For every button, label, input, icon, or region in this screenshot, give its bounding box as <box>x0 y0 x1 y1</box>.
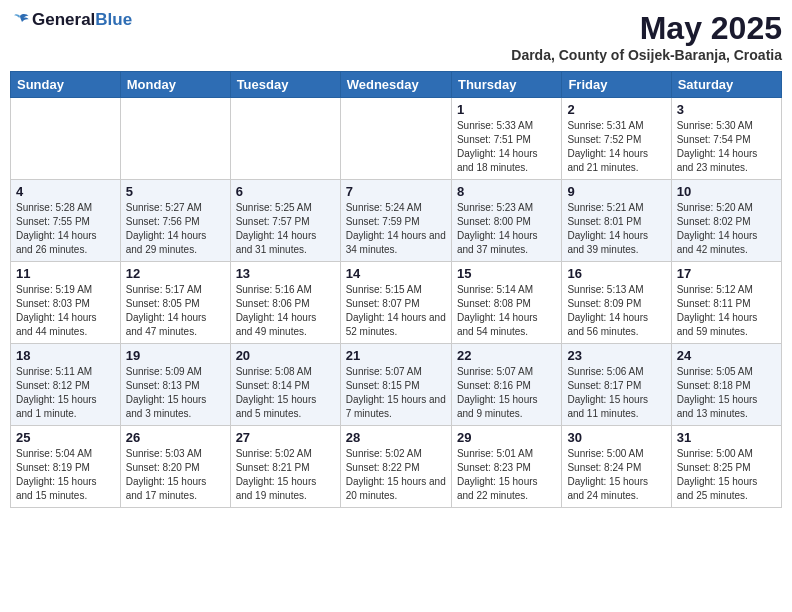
day-info: Sunrise: 5:07 AMSunset: 8:15 PMDaylight:… <box>346 365 446 421</box>
page-header: GeneralBlue May 2025 Darda, County of Os… <box>10 10 782 63</box>
calendar-week-row: 1Sunrise: 5:33 AMSunset: 7:51 PMDaylight… <box>11 98 782 180</box>
calendar-cell: 12Sunrise: 5:17 AMSunset: 8:05 PMDayligh… <box>120 262 230 344</box>
day-number: 21 <box>346 348 446 363</box>
calendar-cell: 6Sunrise: 5:25 AMSunset: 7:57 PMDaylight… <box>230 180 340 262</box>
weekday-header: Monday <box>120 72 230 98</box>
day-info: Sunrise: 5:07 AMSunset: 8:16 PMDaylight:… <box>457 365 556 421</box>
calendar-cell: 21Sunrise: 5:07 AMSunset: 8:15 PMDayligh… <box>340 344 451 426</box>
day-number: 24 <box>677 348 776 363</box>
day-info: Sunrise: 5:08 AMSunset: 8:14 PMDaylight:… <box>236 365 335 421</box>
calendar-cell <box>120 98 230 180</box>
location-subtitle: Darda, County of Osijek-Baranja, Croatia <box>511 47 782 63</box>
day-number: 8 <box>457 184 556 199</box>
month-year-title: May 2025 <box>511 10 782 47</box>
day-number: 4 <box>16 184 115 199</box>
calendar-cell: 10Sunrise: 5:20 AMSunset: 8:02 PMDayligh… <box>671 180 781 262</box>
day-number: 10 <box>677 184 776 199</box>
day-info: Sunrise: 5:19 AMSunset: 8:03 PMDaylight:… <box>16 283 115 339</box>
day-info: Sunrise: 5:24 AMSunset: 7:59 PMDaylight:… <box>346 201 446 257</box>
day-info: Sunrise: 5:28 AMSunset: 7:55 PMDaylight:… <box>16 201 115 257</box>
calendar-cell: 8Sunrise: 5:23 AMSunset: 8:00 PMDaylight… <box>451 180 561 262</box>
weekday-header: Thursday <box>451 72 561 98</box>
day-info: Sunrise: 5:30 AMSunset: 7:54 PMDaylight:… <box>677 119 776 175</box>
calendar-week-row: 18Sunrise: 5:11 AMSunset: 8:12 PMDayligh… <box>11 344 782 426</box>
calendar-cell: 9Sunrise: 5:21 AMSunset: 8:01 PMDaylight… <box>562 180 671 262</box>
calendar-cell: 26Sunrise: 5:03 AMSunset: 8:20 PMDayligh… <box>120 426 230 508</box>
day-number: 5 <box>126 184 225 199</box>
title-area: May 2025 Darda, County of Osijek-Baranja… <box>511 10 782 63</box>
weekday-header: Sunday <box>11 72 121 98</box>
weekday-header: Tuesday <box>230 72 340 98</box>
day-info: Sunrise: 5:01 AMSunset: 8:23 PMDaylight:… <box>457 447 556 503</box>
logo: GeneralBlue <box>10 10 132 30</box>
day-info: Sunrise: 5:11 AMSunset: 8:12 PMDaylight:… <box>16 365 115 421</box>
calendar-cell: 17Sunrise: 5:12 AMSunset: 8:11 PMDayligh… <box>671 262 781 344</box>
calendar-cell: 7Sunrise: 5:24 AMSunset: 7:59 PMDaylight… <box>340 180 451 262</box>
day-number: 2 <box>567 102 665 117</box>
calendar-cell: 14Sunrise: 5:15 AMSunset: 8:07 PMDayligh… <box>340 262 451 344</box>
calendar-cell: 29Sunrise: 5:01 AMSunset: 8:23 PMDayligh… <box>451 426 561 508</box>
day-number: 6 <box>236 184 335 199</box>
calendar-cell: 3Sunrise: 5:30 AMSunset: 7:54 PMDaylight… <box>671 98 781 180</box>
calendar-cell: 31Sunrise: 5:00 AMSunset: 8:25 PMDayligh… <box>671 426 781 508</box>
day-info: Sunrise: 5:00 AMSunset: 8:25 PMDaylight:… <box>677 447 776 503</box>
weekday-header: Wednesday <box>340 72 451 98</box>
day-info: Sunrise: 5:21 AMSunset: 8:01 PMDaylight:… <box>567 201 665 257</box>
calendar-cell: 25Sunrise: 5:04 AMSunset: 8:19 PMDayligh… <box>11 426 121 508</box>
day-number: 14 <box>346 266 446 281</box>
calendar-cell: 15Sunrise: 5:14 AMSunset: 8:08 PMDayligh… <box>451 262 561 344</box>
day-info: Sunrise: 5:09 AMSunset: 8:13 PMDaylight:… <box>126 365 225 421</box>
day-info: Sunrise: 5:16 AMSunset: 8:06 PMDaylight:… <box>236 283 335 339</box>
calendar-cell: 23Sunrise: 5:06 AMSunset: 8:17 PMDayligh… <box>562 344 671 426</box>
day-info: Sunrise: 5:04 AMSunset: 8:19 PMDaylight:… <box>16 447 115 503</box>
day-number: 3 <box>677 102 776 117</box>
day-number: 20 <box>236 348 335 363</box>
day-info: Sunrise: 5:31 AMSunset: 7:52 PMDaylight:… <box>567 119 665 175</box>
calendar-cell: 19Sunrise: 5:09 AMSunset: 8:13 PMDayligh… <box>120 344 230 426</box>
calendar-cell: 11Sunrise: 5:19 AMSunset: 8:03 PMDayligh… <box>11 262 121 344</box>
calendar-week-row: 4Sunrise: 5:28 AMSunset: 7:55 PMDaylight… <box>11 180 782 262</box>
day-info: Sunrise: 5:27 AMSunset: 7:56 PMDaylight:… <box>126 201 225 257</box>
calendar-cell: 4Sunrise: 5:28 AMSunset: 7:55 PMDaylight… <box>11 180 121 262</box>
day-number: 15 <box>457 266 556 281</box>
logo-general-text: General <box>32 10 95 29</box>
day-info: Sunrise: 5:23 AMSunset: 8:00 PMDaylight:… <box>457 201 556 257</box>
day-number: 11 <box>16 266 115 281</box>
logo-bird-icon <box>10 10 30 30</box>
day-number: 27 <box>236 430 335 445</box>
calendar-week-row: 11Sunrise: 5:19 AMSunset: 8:03 PMDayligh… <box>11 262 782 344</box>
day-info: Sunrise: 5:13 AMSunset: 8:09 PMDaylight:… <box>567 283 665 339</box>
weekday-header: Saturday <box>671 72 781 98</box>
day-number: 18 <box>16 348 115 363</box>
calendar-cell: 16Sunrise: 5:13 AMSunset: 8:09 PMDayligh… <box>562 262 671 344</box>
calendar-cell: 22Sunrise: 5:07 AMSunset: 8:16 PMDayligh… <box>451 344 561 426</box>
day-number: 16 <box>567 266 665 281</box>
weekday-header: Friday <box>562 72 671 98</box>
day-info: Sunrise: 5:02 AMSunset: 8:21 PMDaylight:… <box>236 447 335 503</box>
calendar-header-row: SundayMondayTuesdayWednesdayThursdayFrid… <box>11 72 782 98</box>
day-number: 28 <box>346 430 446 445</box>
calendar-cell: 28Sunrise: 5:02 AMSunset: 8:22 PMDayligh… <box>340 426 451 508</box>
calendar-table: SundayMondayTuesdayWednesdayThursdayFrid… <box>10 71 782 508</box>
calendar-cell: 20Sunrise: 5:08 AMSunset: 8:14 PMDayligh… <box>230 344 340 426</box>
calendar-cell: 27Sunrise: 5:02 AMSunset: 8:21 PMDayligh… <box>230 426 340 508</box>
calendar-cell: 13Sunrise: 5:16 AMSunset: 8:06 PMDayligh… <box>230 262 340 344</box>
calendar-cell: 5Sunrise: 5:27 AMSunset: 7:56 PMDaylight… <box>120 180 230 262</box>
day-info: Sunrise: 5:00 AMSunset: 8:24 PMDaylight:… <box>567 447 665 503</box>
day-number: 7 <box>346 184 446 199</box>
calendar-cell: 1Sunrise: 5:33 AMSunset: 7:51 PMDaylight… <box>451 98 561 180</box>
day-info: Sunrise: 5:15 AMSunset: 8:07 PMDaylight:… <box>346 283 446 339</box>
calendar-cell <box>11 98 121 180</box>
calendar-cell <box>340 98 451 180</box>
day-info: Sunrise: 5:25 AMSunset: 7:57 PMDaylight:… <box>236 201 335 257</box>
day-info: Sunrise: 5:12 AMSunset: 8:11 PMDaylight:… <box>677 283 776 339</box>
day-number: 22 <box>457 348 556 363</box>
day-number: 13 <box>236 266 335 281</box>
day-number: 30 <box>567 430 665 445</box>
calendar-cell <box>230 98 340 180</box>
day-number: 9 <box>567 184 665 199</box>
logo-blue-text: Blue <box>95 10 132 29</box>
day-info: Sunrise: 5:02 AMSunset: 8:22 PMDaylight:… <box>346 447 446 503</box>
day-number: 17 <box>677 266 776 281</box>
day-number: 19 <box>126 348 225 363</box>
